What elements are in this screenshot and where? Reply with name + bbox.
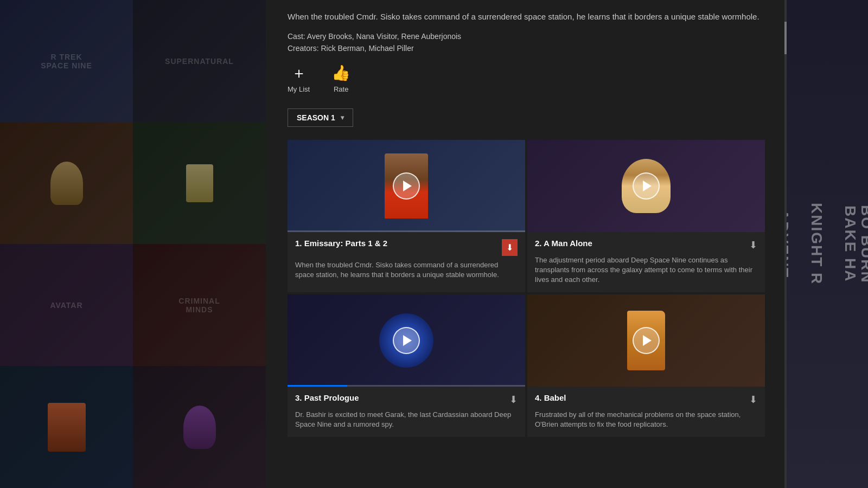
show-info: When the troubled Cmdr. Sisko takes comm… xyxy=(288,11,765,53)
episode-desc-4: Frustrated by all of the mechanical prob… xyxy=(535,410,757,429)
play-icon-1 xyxy=(403,181,412,191)
episode-info-2: 2. A Man Alone ⬇ The adjustment period a… xyxy=(527,232,765,293)
main-content[interactable]: When the troubled Cmdr. Sisko takes comm… xyxy=(266,0,787,488)
episode-thumb-2[interactable] xyxy=(527,140,765,232)
scroll-thumb xyxy=(784,22,787,54)
cast-label: Cast: xyxy=(288,32,305,41)
bg-show-5: AVATAR xyxy=(0,244,133,366)
show-description: When the troubled Cmdr. Sisko takes comm… xyxy=(288,11,765,23)
my-list-label: My List xyxy=(288,85,310,93)
background-right: BO BURNBAKE HAKNIGHT RADVENT xyxy=(781,0,868,488)
episode-card-3[interactable]: 3. Past Prologue ⬇ Dr. Bashir is excited… xyxy=(288,294,525,437)
creators-line: Creators: Rick Berman, Michael Piller xyxy=(288,44,765,53)
download-button-2[interactable]: ⬇ xyxy=(749,239,757,251)
play-icon-4 xyxy=(643,335,652,346)
creators-label: Creators: xyxy=(288,44,319,53)
episode-info-1: 1. Emissary: Parts 1 & 2 ⬇ When the trou… xyxy=(288,232,525,287)
my-list-button[interactable]: ＋ My List xyxy=(288,66,310,93)
play-button-2[interactable] xyxy=(633,172,660,200)
rate-label: Rate xyxy=(334,85,348,93)
bg-show-7 xyxy=(0,366,133,488)
episode-title-2: 2. A Man Alone xyxy=(535,239,749,248)
bg-show-4 xyxy=(133,122,266,244)
plus-icon: ＋ xyxy=(291,66,307,81)
play-button-3[interactable] xyxy=(393,327,420,354)
download-button-1[interactable]: ⬇ xyxy=(502,239,518,256)
episode-thumb-1[interactable] xyxy=(288,140,525,232)
chevron-down-icon: ▾ xyxy=(341,114,344,121)
episode-desc-2: The adjustment period aboard Deep Space … xyxy=(535,255,757,285)
background-left: R TREKSPACE NINE SUPERNATURAL AVATAR CRI… xyxy=(0,0,266,488)
episode-card-1[interactable]: 1. Emissary: Parts 1 & 2 ⬇ When the trou… xyxy=(288,140,525,293)
cast-value: Avery Brooks, Nana Visitor, Rene Auberjo… xyxy=(307,32,461,41)
episode-thumb-3[interactable] xyxy=(288,294,525,387)
play-icon-2 xyxy=(643,181,652,191)
episode-title-3: 3. Past Prologue xyxy=(295,393,509,402)
creators-value: Rick Berman, Michael Piller xyxy=(321,44,413,53)
bg-show-1: R TREKSPACE NINE xyxy=(0,0,133,122)
bg-show-3 xyxy=(0,122,133,244)
thumbs-up-icon: 👍 xyxy=(331,66,350,81)
episode-info-3: 3. Past Prologue ⬇ Dr. Bashir is excited… xyxy=(288,387,525,437)
episode-desc-3: Dr. Bashir is excited to meet Garak, the… xyxy=(295,410,518,429)
bg-show-2: SUPERNATURAL xyxy=(133,0,266,122)
bg-show-6: CRIMINALMINDS xyxy=(133,244,266,366)
episode-info-4: 4. Babel ⬇ Frustrated by all of the mech… xyxy=(527,387,765,437)
episode-card-2[interactable]: 2. A Man Alone ⬇ The adjustment period a… xyxy=(527,140,765,293)
bg-show-8 xyxy=(133,366,266,488)
download-button-3[interactable]: ⬇ xyxy=(509,394,518,406)
scroll-indicator[interactable] xyxy=(784,0,787,488)
episodes-grid: 1. Emissary: Parts 1 & 2 ⬇ When the trou… xyxy=(288,140,765,438)
play-button-4[interactable] xyxy=(633,327,660,354)
play-button-1[interactable] xyxy=(393,172,420,200)
play-icon-3 xyxy=(403,335,412,346)
season-selector[interactable]: SEASON 1 ▾ xyxy=(288,108,353,127)
action-buttons: ＋ My List 👍 Rate xyxy=(288,66,765,93)
episode-card-4[interactable]: 4. Babel ⬇ Frustrated by all of the mech… xyxy=(527,294,765,437)
episode-thumb-4[interactable] xyxy=(527,294,765,387)
episode-title-4: 4. Babel xyxy=(535,393,749,402)
episode-title-1: 1. Emissary: Parts 1 & 2 xyxy=(295,239,502,248)
rate-button[interactable]: 👍 Rate xyxy=(331,66,350,93)
episode-desc-1: When the troubled Cmdr. Sisko takes comm… xyxy=(295,260,518,280)
download-button-4[interactable]: ⬇ xyxy=(749,394,757,406)
cast-line: Cast: Avery Brooks, Nana Visitor, Rene A… xyxy=(288,32,765,41)
season-label: SEASON 1 xyxy=(297,113,335,122)
